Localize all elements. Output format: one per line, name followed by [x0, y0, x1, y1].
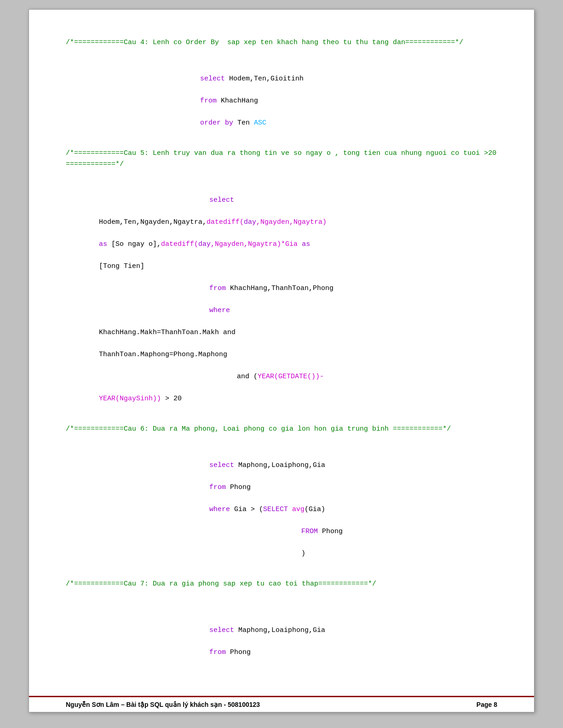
day-keyword1: day	[244, 218, 256, 226]
footer-right: Page 8	[477, 701, 497, 708]
from-keyword-cau7: from	[209, 648, 226, 656]
from-keyword-cau5: from	[209, 284, 226, 292]
content-area: /*============Cau 4: Lenh co Order By sa…	[29, 10, 534, 696]
as-keyword1: as	[99, 240, 107, 248]
code-cau6: select Maphong,Loaiphong,Gia from Phong …	[66, 449, 497, 570]
select-keyword-cau5: select	[209, 196, 234, 204]
datediff-func2: datediff(	[161, 240, 198, 248]
section-cau4: /*============Cau 4: Lenh co Order By sa…	[66, 37, 497, 140]
comment-cau5: /*============Cau 5: Lenh truy van dua r…	[66, 148, 497, 170]
code-cau7: select Maphong,Loaiphong,Gia from Phong	[66, 614, 497, 669]
where-keyword-cau5: where	[209, 307, 230, 314]
order-keyword-cau4: order by	[200, 119, 233, 127]
code-cau4: select Hodem,Ten,Gioitinh from KhachHang…	[66, 63, 497, 140]
where-keyword-cau6: where	[209, 506, 230, 513]
code-cau5: select Hodem,Ten,Ngayden,Ngaytra,datedif…	[66, 184, 497, 415]
section-cau5: /*============Cau 5: Lenh truy van dua r…	[66, 148, 497, 416]
footer: Nguyễn Sơn Lâm – Bài tập SQL quản lý khá…	[29, 696, 534, 712]
from-keyword-cau6: from	[209, 483, 226, 491]
year-func1: YEAR(	[258, 373, 278, 381]
select-keyword-cau4: select	[200, 75, 225, 83]
asc-keyword-cau4: ASC	[254, 119, 266, 127]
as-keyword2: as	[302, 240, 310, 248]
select-keyword-cau6b: SELECT	[263, 506, 288, 513]
datediff-func1: datediff(	[207, 218, 244, 226]
comment-cau4: /*============Cau 4: Lenh co Order By sa…	[66, 37, 497, 48]
section-cau7: /*============Cau 7: Dua ra gia phong sa…	[66, 579, 497, 669]
comment-cau7: /*============Cau 7: Dua ra gia phong sa…	[66, 579, 497, 590]
from-keyword-cau6b: FROM	[301, 528, 318, 535]
section-cau6: /*============Cau 6: Dua ra Ma phong, Lo…	[66, 424, 497, 570]
from-keyword-cau4: from	[200, 97, 217, 105]
year-func2: YEAR(NgaySinh))	[99, 395, 161, 403]
footer-left: Nguyễn Sơn Lâm – Bài tập SQL quản lý khá…	[66, 701, 260, 708]
day-keyword2: day	[198, 240, 211, 248]
select-keyword-cau7: select	[209, 626, 234, 634]
page: /*============Cau 4: Lenh co Order By sa…	[29, 9, 534, 712]
comment-cau6: /*============Cau 6: Dua ra Ma phong, Lo…	[66, 424, 497, 435]
avg-func: avg	[292, 506, 304, 513]
select-keyword-cau6: select	[209, 461, 234, 469]
